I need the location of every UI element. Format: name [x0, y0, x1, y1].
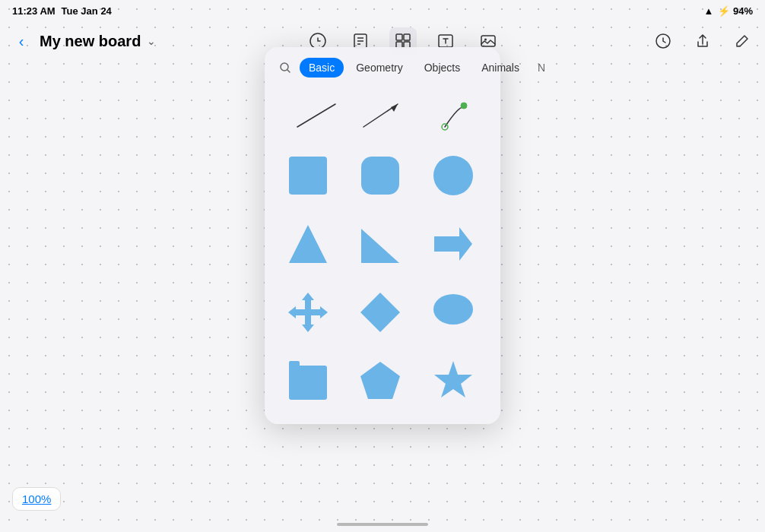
bottom-bar — [0, 523, 765, 526]
tab-more[interactable]: N — [532, 58, 551, 78]
home-indicator — [337, 523, 428, 526]
triangle-shape[interactable] — [277, 213, 339, 275]
circle-shape[interactable] — [422, 144, 484, 207]
svg-rect-20 — [289, 157, 327, 195]
board-title: My new board — [40, 33, 141, 50]
svg-marker-25 — [434, 227, 472, 261]
category-tabs: Basic Geometry Objects Animals N — [265, 56, 500, 79]
svg-marker-26 — [288, 293, 328, 332]
svg-rect-31 — [289, 361, 300, 370]
arrow-line-shape[interactable] — [351, 93, 414, 138]
move-arrow-shape[interactable] — [277, 281, 339, 344]
svg-marker-23 — [289, 225, 327, 263]
speech-bubble-shape[interactable] — [422, 281, 484, 344]
tab-basic[interactable]: Basic — [300, 58, 344, 78]
tab-animals[interactable]: Animals — [472, 58, 529, 78]
shape-picker-panel: Basic Geometry Objects Animals N — [265, 47, 500, 424]
svg-marker-33 — [434, 361, 472, 397]
shapes-grid — [265, 144, 500, 412]
straight-line-shape[interactable] — [285, 93, 348, 138]
svg-point-22 — [433, 156, 473, 195]
svg-rect-5 — [396, 34, 402, 40]
tab-objects[interactable]: Objects — [415, 58, 469, 78]
svg-point-18 — [461, 103, 467, 109]
svg-marker-24 — [361, 229, 399, 263]
star-shape[interactable] — [422, 350, 484, 412]
sticky-note-shape[interactable] — [277, 350, 339, 412]
right-triangle-shape[interactable] — [349, 213, 411, 275]
svg-line-15 — [297, 104, 335, 127]
curve-shape[interactable] — [417, 93, 480, 138]
lines-row — [265, 87, 500, 141]
search-shapes-button[interactable] — [274, 56, 297, 79]
zoom-level-badge[interactable]: 100% — [12, 487, 61, 511]
diamond-shape[interactable] — [349, 281, 411, 344]
dropdown-arrow-icon[interactable]: ⌄ — [147, 35, 156, 47]
status-bar: 11:23 AM Tue Jan 24 ▲ ⚡ 94% — [0, 0, 765, 21]
edit-button[interactable] — [728, 27, 756, 55]
svg-marker-17 — [391, 104, 398, 112]
svg-marker-27 — [360, 293, 400, 332]
wifi-icon: ▲ — [703, 5, 713, 17]
share-button[interactable] — [689, 27, 716, 55]
rounded-rect-shape[interactable] — [349, 144, 411, 207]
svg-rect-21 — [361, 157, 399, 195]
arrow-right-shape[interactable] — [422, 213, 484, 275]
pentagon-shape[interactable] — [349, 350, 411, 412]
svg-rect-30 — [289, 366, 327, 400]
date-display: Tue Jan 24 — [62, 5, 112, 17]
square-shape[interactable] — [277, 144, 339, 207]
svg-point-11 — [484, 39, 487, 41]
tab-geometry[interactable]: Geometry — [347, 58, 411, 78]
time-display: 11:23 AM — [12, 5, 56, 17]
svg-line-14 — [287, 70, 290, 72]
battery-status: ⚡ 94% — [718, 5, 753, 17]
svg-marker-32 — [360, 362, 400, 399]
back-button[interactable]: ‹ — [9, 29, 33, 53]
history-button[interactable] — [649, 27, 677, 55]
svg-rect-6 — [404, 34, 410, 40]
svg-rect-10 — [481, 36, 495, 46]
svg-point-28 — [433, 294, 473, 325]
